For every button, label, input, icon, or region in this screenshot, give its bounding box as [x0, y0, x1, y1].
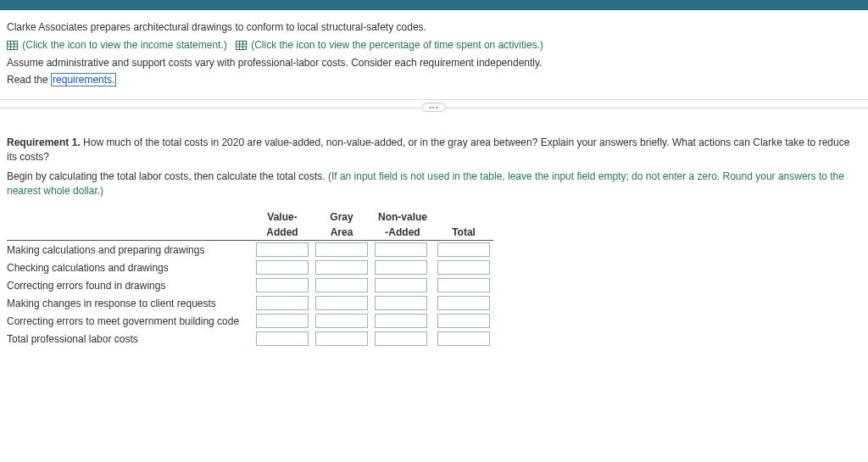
panel-divider: ••• [0, 100, 868, 115]
intro-line-1: Clarke Associates prepares architectural… [7, 20, 861, 35]
requirement-number: Requirement 1. [7, 136, 81, 148]
requirement-title: Requirement 1. How much of the total cos… [7, 136, 861, 164]
amount-input[interactable] [375, 331, 427, 346]
amount-input[interactable] [437, 296, 490, 310]
amount-input[interactable] [375, 296, 427, 310]
amount-input[interactable] [437, 260, 490, 275]
begin-text: Begin by calculating the total labor cos… [7, 170, 328, 182]
amount-input[interactable] [437, 278, 490, 292]
requirement-instruction: Begin by calculating the total labor cos… [7, 170, 861, 198]
app-top-bar [0, 0, 868, 10]
svg-rect-0 [8, 42, 18, 50]
amount-input[interactable] [437, 314, 490, 328]
col-header-total-1 [434, 209, 493, 225]
row-label: Correcting errors found in drawings [7, 276, 253, 294]
row-label: Making changes in response to client req… [7, 294, 253, 312]
col-header-non-value-1: Non-value [371, 209, 434, 225]
table-row: Total professional labor costs [7, 330, 493, 348]
row-label: Checking calculations and drawings [7, 259, 253, 276]
income-statement-link-text: (Click the icon to view the income state… [22, 39, 226, 51]
table-row: Checking calculations and drawings [7, 259, 493, 276]
amount-input[interactable] [315, 296, 368, 310]
labor-cost-table: Value- Gray Non-value Added Area -Added … [7, 209, 493, 348]
row-label: Correcting errors to meet government bui… [7, 312, 253, 330]
amount-input[interactable] [256, 296, 309, 310]
intro-line-2: Assume administrative and support costs … [7, 56, 861, 70]
col-header-gray-area-2: Area [312, 225, 371, 241]
row-label: Total professional labor costs [7, 330, 253, 348]
col-header-value-added-2: Added [253, 225, 312, 241]
table-row: Correcting errors found in drawings [7, 276, 493, 294]
col-header-total-2: Total [434, 225, 493, 241]
col-header-non-value-2: -Added [371, 225, 434, 241]
requirement-section: Requirement 1. How much of the total cos… [0, 115, 868, 354]
read-prefix: Read the [7, 74, 51, 86]
table-row: Correcting errors to meet government bui… [7, 312, 493, 330]
amount-input[interactable] [375, 314, 427, 328]
expand-pill[interactable]: ••• [422, 103, 446, 112]
row-label: Making calculations and preparing drawin… [7, 241, 253, 259]
amount-input[interactable] [437, 242, 490, 257]
amount-input[interactable] [315, 314, 368, 328]
amount-input[interactable] [315, 278, 368, 292]
table-row: Making changes in response to client req… [7, 294, 493, 312]
col-header-value-added-1: Value- [253, 209, 312, 225]
table-icon [236, 41, 247, 50]
amount-input[interactable] [375, 278, 427, 292]
amount-input[interactable] [437, 331, 490, 346]
amount-input[interactable] [256, 278, 309, 292]
amount-input[interactable] [256, 242, 309, 257]
amount-input[interactable] [256, 314, 309, 328]
amount-input[interactable] [256, 260, 309, 275]
amount-input[interactable] [375, 242, 427, 257]
amount-input[interactable] [315, 242, 368, 257]
amount-input[interactable] [375, 260, 427, 275]
percentage-time-link-text: (Click the icon to view the percentage o… [251, 39, 543, 51]
col-header-gray-area-1: Gray [312, 209, 371, 225]
problem-intro-panel: Clarke Associates prepares architectural… [0, 10, 868, 100]
svg-rect-5 [236, 42, 246, 50]
amount-input[interactable] [315, 260, 368, 275]
requirements-link[interactable]: requirements. [51, 73, 116, 86]
percentage-time-link[interactable]: (Click the icon to view the percentage o… [236, 39, 543, 51]
table-icon [7, 41, 18, 50]
read-requirements-line: Read the requirements. [7, 73, 861, 87]
amount-input[interactable] [315, 331, 368, 346]
requirement-text: How much of the total costs in 2020 are … [7, 136, 849, 163]
income-statement-link[interactable]: (Click the icon to view the income state… [7, 39, 230, 51]
table-row: Making calculations and preparing drawin… [7, 241, 493, 259]
amount-input[interactable] [256, 331, 309, 346]
